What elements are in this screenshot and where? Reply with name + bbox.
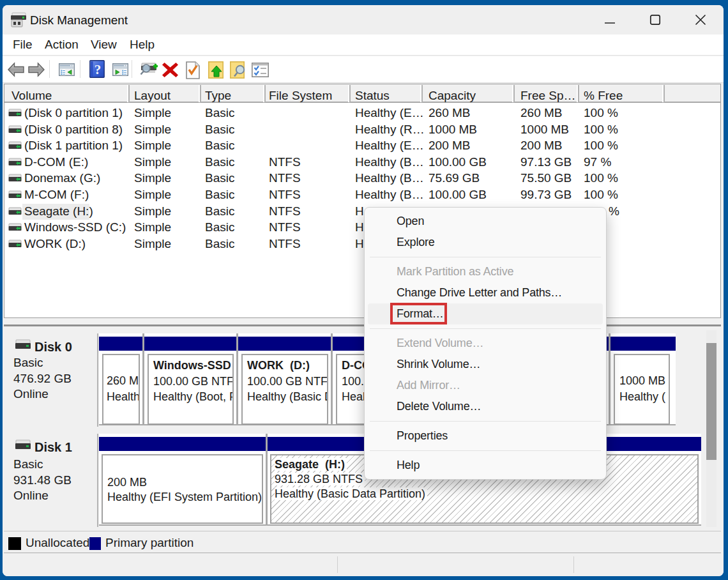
svg-text:?: ? [95, 62, 102, 77]
